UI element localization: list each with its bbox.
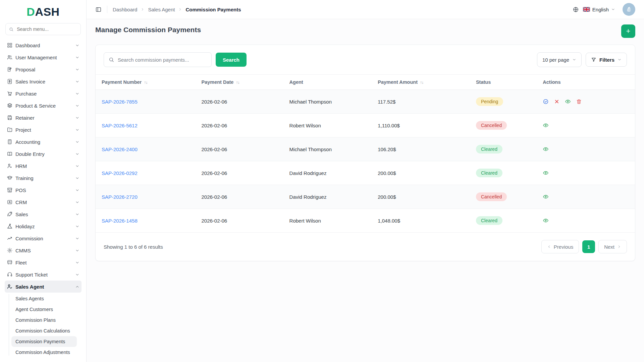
chevron-down-icon [572, 58, 576, 62]
next-page-button[interactable]: Next [598, 240, 627, 253]
logo-letter-d: D [26, 5, 35, 18]
sidebar-item-dashboard[interactable]: Dashboard [5, 39, 82, 51]
add-payment-button[interactable]: + [621, 24, 635, 38]
chevron-down-icon [75, 55, 79, 60]
submenu-item-commission-payments[interactable]: Commission Payments [11, 336, 77, 347]
agent-cell: Michael Thompson [283, 90, 372, 114]
sidebar-item-crm[interactable]: CRM [5, 196, 82, 208]
search-input[interactable] [117, 57, 207, 63]
payment-number-link[interactable]: SAP-2026-2720 [102, 194, 138, 200]
view-button[interactable] [543, 170, 549, 176]
pagination: Previous 1 Next [541, 240, 627, 253]
search-button[interactable]: Search [216, 53, 247, 67]
per-page-select[interactable]: 10 per page [537, 52, 582, 67]
sidebar-item-label: User Management [15, 55, 57, 60]
title-row: Manage Commission Payments + [95, 24, 635, 38]
page-1-button[interactable]: 1 [582, 240, 595, 253]
payment-number-link[interactable]: SAP-2026-7855 [102, 99, 138, 105]
sidebar-item-product-service[interactable]: Product & Service [5, 100, 82, 112]
view-button[interactable] [543, 194, 549, 200]
eye-icon [543, 146, 549, 152]
sidebar-item-support-ticket[interactable]: Support Ticket [5, 268, 82, 281]
submenu-item-agent-customers[interactable]: Agent Customers [11, 304, 77, 315]
breadcrumb-dashboard[interactable]: Dashboard [113, 7, 137, 12]
breadcrumb-current: Commission Payments [185, 7, 241, 12]
sidebar-item-accounting[interactable]: Accounting [5, 136, 82, 148]
view-button[interactable] [543, 122, 549, 128]
eye-icon [543, 122, 549, 128]
approve-button[interactable] [543, 99, 549, 105]
submenu-item-commission-calculations[interactable]: Commission Calculations [11, 325, 77, 336]
payments-table: Payment Number Payment Date Agent Paymen… [96, 74, 635, 233]
sidebar-item-training[interactable]: Training [5, 172, 82, 184]
sidebar-search[interactable] [5, 23, 81, 35]
sidebar-item-retainer[interactable]: Retainer [5, 112, 82, 124]
submenu-item-label: Commission Adjustments [15, 350, 70, 355]
delete-button[interactable] [576, 99, 582, 105]
chevron-right-icon [141, 7, 145, 11]
sidebar-item-hrm[interactable]: HRM [5, 160, 82, 172]
sidebar-item-sales-agent[interactable]: Sales Agent [5, 281, 82, 293]
sidebar-toggle-button[interactable] [95, 6, 102, 13]
payment-number-link[interactable]: SAP-2026-5612 [102, 123, 138, 128]
chevron-right-icon [617, 245, 621, 249]
sidebar-item-pos[interactable]: POS [5, 184, 82, 196]
x-icon [554, 99, 560, 105]
globe-icon[interactable] [573, 6, 579, 13]
payment-number-link[interactable]: SAP-2026-2400 [102, 146, 138, 152]
filter-icon [591, 57, 596, 62]
sidebar-item-fleet[interactable]: Fleet [5, 256, 82, 268]
reject-button[interactable] [554, 99, 560, 105]
sidebar-item-holidayz[interactable]: Holidayz [5, 220, 82, 232]
filters-button[interactable]: Filters [586, 53, 627, 67]
eye-icon [565, 99, 571, 105]
sidebar-item-label: Project [15, 127, 31, 133]
sidebar-item-purchase[interactable]: Purchase [5, 87, 82, 100]
column-payment-number[interactable]: Payment Number [96, 75, 195, 90]
chevron-down-icon [75, 140, 79, 144]
status-badge: Cleared [476, 169, 502, 177]
amount-cell: 117.52$ [372, 90, 470, 114]
payment-number-link[interactable]: SAP-2026-0292 [102, 170, 138, 176]
breadcrumb-sales-agent[interactable]: Sales Agent [148, 7, 175, 12]
view-button[interactable] [543, 146, 549, 152]
per-page-value: 10 per page [542, 57, 569, 63]
logo-rest: ASH [35, 5, 59, 18]
chevron-down-icon [75, 200, 79, 204]
sidebar-item-label: Sales [15, 212, 28, 217]
sidebar-item-label: POS [15, 187, 26, 193]
sidebar-item-project[interactable]: Project [5, 124, 82, 136]
sidebar-item-label: Fleet [15, 260, 26, 265]
agent-cell: David Rodriguez [283, 161, 372, 185]
actions-cell [543, 194, 629, 200]
submenu-item-commission-plans[interactable]: Commission Plans [11, 315, 77, 325]
column-payment-date[interactable]: Payment Date [195, 75, 283, 90]
sidebar-item-proposal[interactable]: Proposal [5, 63, 82, 75]
sidebar-search-input[interactable] [16, 26, 77, 32]
column-agent: Agent [283, 75, 372, 90]
id-card-icon [7, 199, 13, 205]
payment-number-link[interactable]: SAP-2026-1458 [102, 218, 138, 224]
sidebar-item-user-management[interactable]: User Management [5, 51, 82, 63]
submenu-item-sales-agents[interactable]: Sales Agents [11, 293, 77, 304]
eye-icon [543, 170, 549, 176]
submenu-item-label: Commission Calculations [15, 328, 70, 334]
actions-cell [543, 122, 629, 128]
search-icon [9, 27, 13, 32]
status-badge: Cancelled [476, 192, 507, 201]
view-button[interactable] [543, 218, 549, 224]
eye-icon [543, 194, 549, 200]
sidebar-item-sales[interactable]: Sales [5, 208, 82, 220]
previous-page-button[interactable]: Previous [541, 240, 579, 253]
topbar: Dashboard Sales Agent Commission Payment… [87, 0, 644, 19]
chevron-down-icon [75, 212, 79, 217]
sidebar-item-sales-invoice[interactable]: Sales Invoice [5, 75, 82, 87]
sidebar-item-double-entry[interactable]: Double Entry [5, 148, 82, 160]
submenu-item-commission-adjustments[interactable]: Commission Adjustments [11, 347, 77, 358]
sidebar-item-cmms[interactable]: CMMS [5, 244, 82, 256]
language-selector[interactable]: English [583, 7, 615, 12]
sidebar-item-commission[interactable]: Commission [5, 232, 82, 244]
column-payment-amount[interactable]: Payment Amount [372, 75, 470, 90]
view-button[interactable] [565, 99, 571, 105]
avatar[interactable] [623, 3, 635, 16]
